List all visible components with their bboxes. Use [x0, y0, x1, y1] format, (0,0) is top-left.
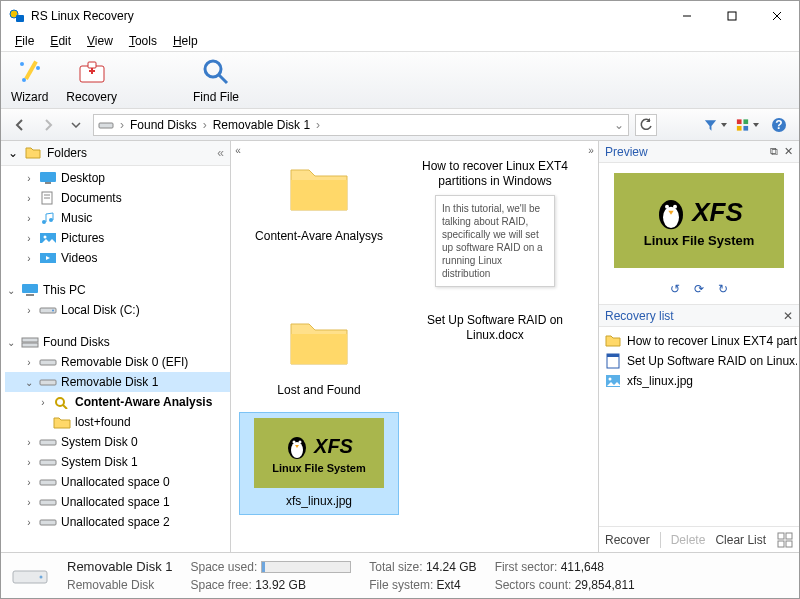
rotate-180-button[interactable]: ⟳ [694, 282, 704, 296]
svg-rect-47 [40, 520, 56, 525]
help-button[interactable]: ? [767, 114, 791, 136]
tree-item-desktop[interactable]: ›Desktop [5, 168, 230, 188]
chevron-right-icon: › [199, 118, 211, 132]
file-item-image-selected[interactable]: XFS Linux File System xfs_linux.jpg [239, 412, 399, 515]
svg-rect-44 [40, 460, 56, 465]
tree-item-videos[interactable]: ›Videos [5, 248, 230, 268]
svg-point-31 [44, 236, 47, 239]
svg-rect-19 [737, 125, 742, 130]
close-button[interactable] [754, 1, 799, 31]
clear-list-button[interactable]: Clear List [715, 533, 766, 547]
minimize-button[interactable] [664, 1, 709, 31]
recover-button[interactable]: Recover [605, 533, 650, 547]
svg-rect-13 [91, 68, 93, 74]
svg-rect-16 [99, 123, 113, 128]
svg-point-65 [40, 575, 43, 578]
rotate-left-button[interactable]: ↺ [670, 282, 680, 296]
file-item-folder[interactable]: Lost and Found [239, 301, 399, 404]
tree-item-this-pc[interactable]: ⌄This PC [5, 280, 230, 300]
penguin-icon [285, 432, 309, 460]
wizard-button[interactable]: Wizard [11, 56, 48, 104]
tree-item-music[interactable]: ›Music [5, 208, 230, 228]
popout-icon[interactable]: ⧉ [770, 145, 778, 158]
toolbar: Wizard Recovery Find File [1, 51, 799, 109]
tree-item-unallocated-1[interactable]: ›Unallocated space 1 [5, 492, 230, 512]
drive-icon [98, 117, 114, 133]
menu-file[interactable]: File [7, 32, 42, 50]
tree-item-lost-found[interactable]: lost+found [5, 412, 230, 432]
preview-title: Preview [605, 145, 648, 159]
view-tools: ? [703, 114, 791, 136]
wizard-label: Wizard [11, 90, 48, 104]
file-caption: Content-Avare Analysys [255, 229, 383, 244]
menu-edit[interactable]: Edit [42, 32, 79, 50]
rotate-right-button[interactable]: ↻ [718, 282, 728, 296]
breadcrumb-dropdown[interactable]: ⌄ [614, 118, 624, 132]
breadcrumb[interactable]: › Found Disks › Removable Disk 1 › ⌄ [93, 114, 629, 136]
recovery-button[interactable]: Recovery [66, 56, 117, 104]
file-caption: Set Up Software RAID on Linux.docx [421, 313, 569, 343]
breadcrumb-item[interactable]: Removable Disk 1 [213, 118, 310, 132]
find-file-button[interactable]: Find File [193, 56, 239, 104]
file-item-doc[interactable]: Set Up Software RAID on Linux.docx [415, 301, 575, 404]
close-icon[interactable]: ✕ [783, 309, 793, 323]
nav-forward-button[interactable] [37, 114, 59, 136]
tree-header[interactable]: ⌄ Folders « [1, 141, 230, 166]
tree-item-unallocated-2[interactable]: ›Unallocated space 2 [5, 512, 230, 532]
file-item-folder[interactable]: Content-Avare Analysys [239, 147, 399, 293]
tree-item-found-disks[interactable]: ⌄Found Disks [5, 332, 230, 352]
menu-help[interactable]: Help [165, 32, 206, 50]
tree-item-local-disk[interactable]: ›Local Disk (C:) [5, 300, 230, 320]
svg-rect-39 [40, 360, 56, 365]
tree-item-content-aware[interactable]: ›Content-Aware Analysis [5, 392, 230, 412]
tree-body: ›Desktop ›Documents ›Music ›Pictures ›Vi… [1, 166, 230, 552]
tree-item-documents[interactable]: ›Documents [5, 188, 230, 208]
tree-header-label: Folders [47, 146, 87, 160]
disk-icon [11, 563, 49, 589]
svg-rect-3 [728, 12, 736, 20]
collapse-icon[interactable]: ⌄ [7, 146, 19, 160]
tree-item-system-disk-0[interactable]: ›System Disk 0 [5, 432, 230, 452]
preview-header: Preview ⧉✕ [599, 141, 799, 163]
space-used-bar [261, 561, 351, 573]
status-disk-type: Removable Disk [67, 578, 173, 592]
file-item-doc[interactable]: How to recover Linux EXT4 partitions in … [415, 147, 575, 293]
grid-view-icon[interactable] [777, 532, 793, 548]
chevron-up-icon[interactable]: « [217, 146, 224, 160]
nav-history-button[interactable] [65, 114, 87, 136]
menu-view[interactable]: View [79, 32, 121, 50]
svg-rect-61 [786, 533, 792, 539]
delete-button[interactable]: Delete [671, 533, 706, 547]
recovery-list-header: Recovery list ✕ [599, 305, 799, 327]
collapse-up-icon[interactable]: » [584, 143, 598, 157]
svg-rect-24 [45, 182, 51, 184]
nav-back-button[interactable] [9, 114, 31, 136]
svg-point-14 [205, 61, 221, 77]
svg-rect-45 [40, 480, 56, 485]
filter-button[interactable] [703, 114, 727, 136]
recovery-icon [76, 56, 108, 88]
recovery-item[interactable]: How to recover Linux EXT4 partitions [601, 331, 797, 351]
svg-point-29 [49, 218, 53, 222]
svg-point-7 [20, 62, 24, 66]
recovery-item[interactable]: Set Up Software RAID on Linux.docx [601, 351, 797, 371]
tree-item-system-disk-1[interactable]: ›System Disk 1 [5, 452, 230, 472]
close-icon[interactable]: ✕ [784, 145, 793, 158]
svg-point-49 [291, 442, 303, 458]
chevron-right-icon: › [312, 118, 324, 132]
collapse-left-icon[interactable]: « [231, 143, 245, 157]
maximize-button[interactable] [709, 1, 754, 31]
breadcrumb-root[interactable]: Found Disks [130, 118, 197, 132]
menu-tools[interactable]: Tools [121, 32, 165, 50]
tree-item-unallocated-0[interactable]: ›Unallocated space 0 [5, 472, 230, 492]
tree-item-removable-disk-1[interactable]: ⌄Removable Disk 1 [5, 372, 230, 392]
svg-rect-11 [88, 62, 96, 68]
tree-item-pictures[interactable]: ›Pictures [5, 228, 230, 248]
recovery-item[interactable]: xfs_linux.jpg [601, 371, 797, 391]
file-caption: xfs_linux.jpg [286, 494, 352, 509]
view-mode-button[interactable] [735, 114, 759, 136]
wizard-icon [14, 56, 46, 88]
svg-line-42 [63, 405, 67, 409]
refresh-button[interactable] [635, 114, 657, 136]
tree-item-removable-disk-0[interactable]: ›Removable Disk 0 (EFI) [5, 352, 230, 372]
